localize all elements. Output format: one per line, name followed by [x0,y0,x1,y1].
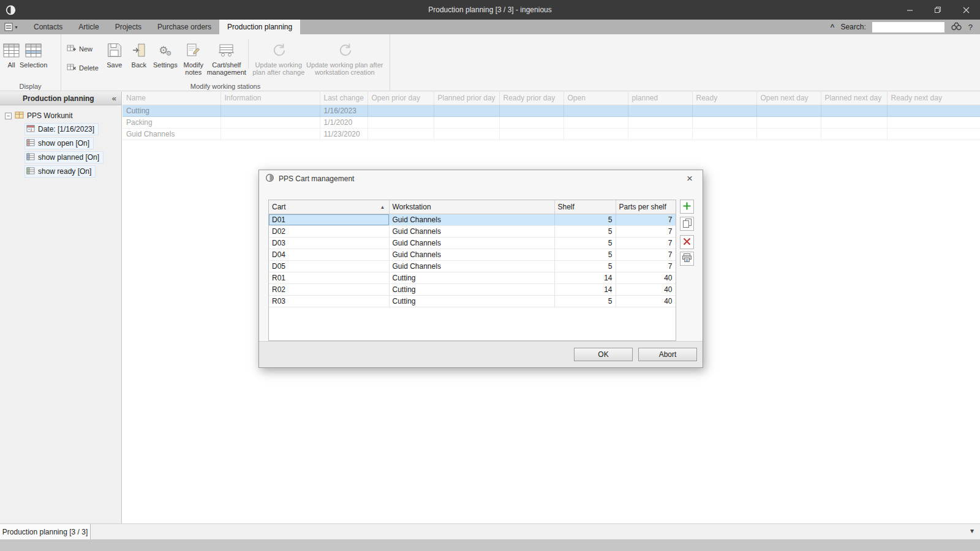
tab-list-dropdown-icon[interactable]: ▾ [970,527,974,535]
column-header[interactable]: Open next day [756,92,821,105]
save-button[interactable]: Save [102,37,127,69]
column-header[interactable]: Shelf [554,200,616,214]
new-button[interactable]: New [67,44,99,54]
tab-purchase-orders[interactable]: Purchase orders [149,20,219,34]
table-cell: 40 [616,283,676,295]
table-row[interactable]: D02Guid Channels57 [269,225,676,237]
table-row[interactable]: R03Cutting540 [269,295,676,307]
settings-gears-icon: ⚙⚙ [159,39,172,61]
table-row[interactable]: D04Guid Channels57 [269,249,676,260]
menu-caret-icon: ▾ [15,24,17,30]
table-row[interactable]: Cutting1/16/2023 [123,105,980,116]
header-row: NameInformationLast changeOpen prior day… [123,92,980,105]
column-header[interactable]: planned [628,92,692,105]
column-header[interactable]: Last change [320,92,368,105]
dialog-close-icon[interactable]: × [683,173,696,185]
back-button[interactable]: Back [127,37,151,69]
header-row: Cart▲WorkstationShelfParts per shelf [269,200,676,214]
minimize-button[interactable] [895,0,924,20]
column-header[interactable]: Name [123,92,221,105]
tab-contacts[interactable]: Contacts [26,20,70,34]
table-cell: R01 [269,272,389,283]
close-button[interactable] [952,0,980,20]
column-header[interactable]: Cart▲ [269,200,389,214]
copy-cart-button[interactable] [680,217,694,231]
column-header[interactable]: Parts per shelf [616,200,676,214]
table-row[interactable]: D03Guid Channels57 [269,237,676,249]
tree-item-date[interactable]: Date: [1/16/2023] [24,123,99,135]
application-menu-icon[interactable]: ▾ [0,20,22,34]
collapse-sidebar-icon[interactable]: « [112,94,116,103]
help-icon[interactable]: ? [968,23,973,32]
abort-button[interactable]: Abort [638,348,697,361]
tree-expander-icon[interactable]: − [5,113,12,119]
table-cell: R03 [269,295,389,307]
column-header[interactable]: Ready [692,92,756,105]
column-header[interactable]: Ready prior day [499,92,564,105]
show-planned-icon [26,152,35,162]
tab-projects[interactable]: Projects [107,20,149,34]
column-header[interactable]: Ready next day [887,92,980,105]
table-cell [887,105,980,116]
restore-button[interactable] [924,0,952,20]
table-row[interactable]: Packing1/1/2020 [123,116,980,128]
table-cell [821,116,887,128]
tree-item-label: show open [On] [38,139,89,148]
table-cell: D01 [269,214,389,225]
dialog-title-bar[interactable]: PPS Cart management × [259,170,703,187]
table-cell [368,105,434,116]
status-strip [0,539,980,551]
tree-item-show-planned[interactable]: show planned [On] [24,151,104,163]
search-binoculars-icon[interactable] [951,21,962,32]
selection-button[interactable]: Selection [20,37,47,69]
table-cell: 40 [616,272,676,283]
plus-icon [682,201,692,212]
settings-button[interactable]: ⚙⚙ Settings [151,37,179,69]
table-cell: Guid Channels [389,225,554,237]
table-cell [368,116,434,128]
table-cell: 5 [554,214,616,225]
search-input[interactable] [872,22,944,32]
column-header[interactable]: Information [221,92,320,105]
tree-item-pps-workunit[interactable]: − PPS Workunit [0,110,121,122]
tree-item-show-open[interactable]: show open [On] [24,137,94,149]
delete-cart-button[interactable] [680,235,694,249]
tab-article[interactable]: Article [70,20,107,34]
modify-notes-button[interactable]: Modify notes [179,37,208,76]
column-header[interactable]: Workstation [389,200,554,214]
table-row[interactable]: R01Cutting1440 [269,272,676,283]
table-cell: Guid Channels [123,128,221,140]
cart-icon [217,39,236,61]
all-button[interactable]: All [3,37,20,69]
sidebar-header: Production planning « [0,92,121,105]
table-cell [692,105,756,116]
cart-shelf-management-button[interactable]: Cart/shelf management [208,37,246,76]
tree-item-show-ready[interactable]: show ready [On] [24,165,96,178]
column-header[interactable]: Open prior day [368,92,434,105]
tree-item-label: show ready [On] [38,167,91,176]
update-plan-after-creation-label: Update working plan after workstation cr… [306,61,383,76]
ok-button[interactable]: OK [574,348,633,361]
back-door-icon [132,39,146,61]
column-header[interactable]: Open [564,92,628,105]
table-row[interactable]: D01Guid Channels57 [269,214,676,225]
print-button[interactable] [680,252,694,266]
delete-button[interactable]: Delete [67,63,99,73]
table-cell [564,105,628,116]
table-cell [628,105,692,116]
add-cart-button[interactable] [680,200,694,214]
bottom-tab-production-planning[interactable]: Production planning [3 / 3] [0,524,91,540]
table-cell [692,128,756,140]
dialog-footer: OK Abort [259,341,703,367]
sort-asc-icon: ▲ [380,204,385,210]
table-row[interactable]: R02Cutting1440 [269,283,676,295]
column-header[interactable]: Planned prior day [434,92,499,105]
window-controls [895,0,980,20]
column-header[interactable]: Planned next day [821,92,887,105]
table-row[interactable]: D05Guid Channels57 [269,260,676,272]
table-cell: 7 [616,225,676,237]
collapse-ribbon-icon[interactable]: ^ [830,23,834,31]
tab-production-planning[interactable]: Production planning [219,20,300,34]
table-row[interactable]: Guid Channels11/23/2020 [123,128,980,140]
table-cell [434,128,499,140]
